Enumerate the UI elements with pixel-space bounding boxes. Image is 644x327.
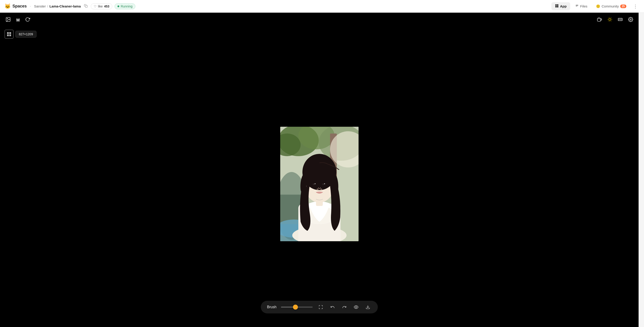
brightness-button[interactable] [606, 16, 613, 24]
svg-point-30 [619, 19, 619, 19]
svg-rect-22 [618, 18, 622, 21]
refresh-button[interactable] [24, 16, 31, 24]
size-icon-cell-2 [9, 32, 11, 34]
svg-rect-3 [555, 6, 556, 8]
brush-toolbar: Brush [261, 301, 378, 314]
copy-button[interactable] [83, 3, 88, 9]
app-tab-icon [555, 4, 559, 8]
svg-point-35 [621, 20, 622, 20]
spaces-logo[interactable]: 🐱 Spaces [4, 4, 27, 9]
spaces-emoji: 🐱 [4, 4, 11, 9]
svg-line-20 [608, 21, 608, 21]
portrait-svg [280, 127, 358, 241]
svg-point-9 [7, 18, 8, 19]
undo-button[interactable] [329, 304, 336, 310]
keyboard-button[interactable] [617, 16, 624, 24]
svg-point-58 [312, 183, 315, 185]
tab-files-label: Files [580, 4, 588, 8]
tab-app-label: App [560, 4, 566, 8]
brush-label: Brush [267, 305, 276, 309]
spaces-text: Spaces [12, 4, 27, 8]
running-dot [118, 6, 119, 7]
svg-point-62 [317, 188, 318, 190]
size-icon-box[interactable] [4, 30, 14, 39]
expand-button[interactable] [317, 304, 324, 310]
tab-app[interactable]: App [552, 2, 570, 10]
navbar-right: App Files 🙂 Community 25 ⋮ [552, 2, 640, 10]
more-button[interactable]: ⋮ [631, 3, 640, 10]
svg-point-31 [620, 19, 620, 19]
svg-point-55 [304, 156, 335, 181]
svg-point-33 [621, 19, 622, 19]
image-tool-button[interactable] [4, 16, 12, 24]
svg-point-13 [609, 18, 611, 20]
size-label: 827×1209 [16, 31, 36, 38]
tab-files[interactable]: Files [572, 2, 591, 10]
svg-point-59 [322, 183, 324, 185]
right-sidebar [638, 13, 644, 327]
path-slash: / [47, 4, 48, 8]
svg-rect-4 [557, 6, 558, 8]
text-m-button[interactable]: M [16, 16, 20, 24]
app-toolbar-left: M [4, 16, 31, 24]
path-owner[interactable]: Sanster [34, 4, 46, 8]
like-icon: ♡ [94, 4, 97, 8]
community-tab-icon: 🙂 [596, 4, 600, 8]
settings-button[interactable] [627, 16, 634, 24]
path-repo[interactable]: Lama-Cleaner-lama [49, 4, 80, 8]
svg-line-17 [611, 21, 612, 21]
svg-point-63 [320, 188, 322, 190]
running-label: Running [121, 4, 132, 8]
svg-point-60 [315, 183, 316, 184]
app-toolbar-right [596, 16, 634, 24]
svg-rect-1 [555, 4, 556, 6]
navbar: 🐱 Spaces · Sanster / Lama-Cleaner-lama ♡… [0, 0, 644, 13]
more-icon: ⋮ [633, 4, 638, 9]
app-container: M [0, 13, 644, 327]
text-m-label: M [16, 18, 20, 22]
like-count: 453 [104, 4, 109, 8]
tab-community-label: Community [602, 4, 619, 8]
svg-point-36 [630, 19, 631, 20]
nav-path: Sanster / Lama-Cleaner-lama [34, 4, 81, 8]
tab-community[interactable]: 🙂 Community 25 [592, 2, 630, 10]
svg-rect-0 [85, 6, 88, 8]
brush-slider-container [281, 307, 312, 308]
main-content: M [0, 13, 638, 327]
size-icon-grid [7, 32, 11, 36]
svg-point-34 [619, 20, 619, 20]
running-badge: Running [114, 4, 135, 9]
svg-point-32 [620, 19, 621, 19]
like-button[interactable]: ♡ like 453 [91, 4, 112, 9]
preview-button[interactable] [352, 304, 360, 310]
app-toolbar: M [0, 13, 638, 28]
svg-point-61 [324, 183, 325, 184]
canvas-area[interactable]: Brush [0, 41, 638, 327]
coffee-button[interactable] [596, 16, 603, 24]
nav-separator: · [30, 4, 31, 8]
files-tab-icon [575, 4, 579, 8]
size-icon-cell-3 [7, 34, 9, 36]
svg-point-65 [356, 307, 357, 308]
download-button[interactable] [364, 304, 372, 310]
community-count-badge: 25 [620, 4, 626, 8]
portrait-image [280, 127, 358, 241]
size-icon-cell-1 [7, 32, 9, 34]
like-label: like [98, 4, 103, 8]
navbar-left: 🐱 Spaces · Sanster / Lama-Cleaner-lama ♡… [4, 3, 552, 9]
brush-size-slider[interactable] [281, 307, 312, 308]
svg-rect-2 [557, 4, 558, 6]
redo-button[interactable] [341, 304, 348, 310]
size-display-container: 827×1209 [0, 28, 638, 41]
size-icon-cell-4 [9, 34, 11, 36]
